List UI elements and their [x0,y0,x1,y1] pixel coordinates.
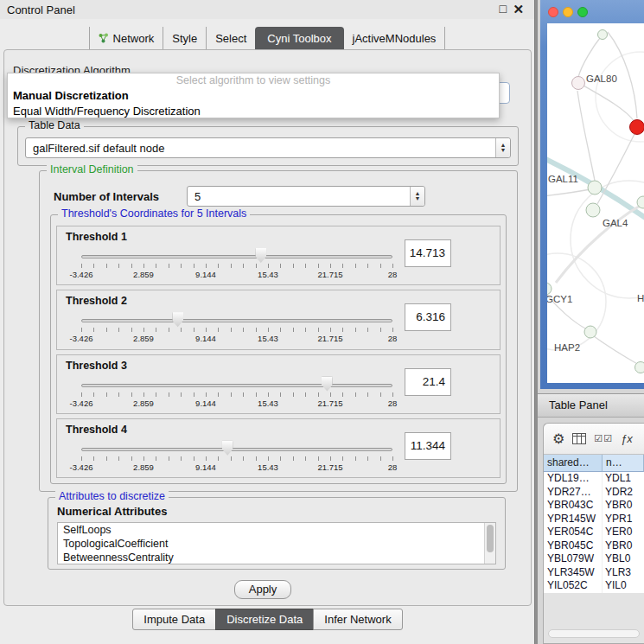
table-panel-title: Table Panel [549,399,608,411]
num-intervals-select[interactable]: 5 ▲▼ [187,186,425,207]
cell[interactable]: YDL19… [544,472,603,486]
table-row[interactable]: YDR27…YDR2 [544,486,644,500]
network-node[interactable] [588,181,602,194]
cell[interactable]: YLR345W [544,566,603,580]
tab-infer-network[interactable]: Infer Network [313,609,402,630]
tab-network[interactable]: Network [89,27,163,49]
network-view-canvas[interactable]: GAL80 GAL11 GAL4 GCY1 HAP2 H [547,23,644,383]
threshold-3-slider[interactable] [81,382,392,389]
scrollbar-thumb[interactable] [487,525,494,552]
cell[interactable]: YDL1 [603,472,644,486]
table-data-select[interactable]: galFiltered.sif default node ▲▼ [25,137,511,158]
minimize-traffic-light-icon[interactable] [563,7,573,17]
tab-label: Style [172,32,197,45]
cell[interactable]: YLR3 [603,566,644,580]
network-node[interactable] [572,77,585,90]
threshold-3-value-field[interactable]: 21.4 [405,368,451,396]
list-item[interactable]: TopologicalCoefficient [58,537,495,551]
threshold-2-slider[interactable] [81,317,392,324]
gear-icon[interactable]: ⚙ [552,430,564,447]
cell[interactable]: YIL052C [544,579,603,593]
cell[interactable]: YBR045C [544,539,603,553]
tab-style[interactable]: Style [163,27,206,49]
columns-icon[interactable] [572,433,586,444]
slider-track[interactable] [81,448,392,451]
cell[interactable]: YBR0 [603,539,644,553]
threshold-4-slider[interactable] [81,446,392,453]
network-node-label: GAL11 [548,174,578,184]
cell[interactable]: YBR0 [603,499,644,513]
cell[interactable]: YIL0 [603,579,644,593]
threshold-1-value-field[interactable]: 14.713 [405,239,451,267]
tick-label: 2.859 [128,334,159,343]
interval-definition-group: Interval Definition Number of Intervals … [39,170,518,492]
table-rows: YDL19…YDL1 YDR27…YDR2 YBR043CYBR0 YPR145… [544,472,644,593]
network-node[interactable] [586,203,600,217]
tab-impute-data[interactable]: Impute Data [132,609,216,630]
cell[interactable]: YDR2 [603,486,644,500]
slider-track[interactable] [81,255,392,258]
function-builder-icon[interactable]: ƒx [621,432,633,445]
cell[interactable]: YDR27… [544,486,603,500]
slider-thumb[interactable] [222,441,233,456]
network-node[interactable] [584,326,596,338]
slider-track[interactable] [81,384,392,387]
slider-thumb[interactable] [322,377,333,392]
list-item[interactable]: SelfLoops [58,523,495,537]
table-row[interactable]: YBR043CYBR0 [544,499,644,513]
float-window-icon[interactable]: □ [500,2,507,16]
slider-track[interactable] [81,319,392,322]
threshold-2-value-field[interactable]: 6.316 [405,303,451,331]
slider-thumb[interactable] [172,312,183,327]
network-node[interactable] [598,30,608,40]
table-row[interactable]: YER054CYER0 [544,526,644,539]
cell[interactable]: YBL079W [544,552,603,566]
tab-jactivemodules[interactable]: jActiveMNodules [344,27,446,49]
network-node[interactable] [635,362,644,373]
column-header-name[interactable]: n… [603,455,644,472]
tick-label: 21.715 [315,462,346,472]
vertical-scrollbar[interactable] [484,523,495,564]
table-row[interactable]: YIL052CYIL0 [544,579,644,593]
network-node[interactable] [547,283,552,295]
list-item[interactable]: BetweennessCentrality [58,551,495,564]
attributes-list[interactable]: SelfLoops TopologicalCoefficient Between… [57,522,496,564]
column-header-shared-name[interactable]: shared… [544,455,603,472]
threshold-4-value-field[interactable]: 11.344 [405,432,451,460]
selected-network-node[interactable] [630,120,644,135]
tab-label: Select [215,32,246,45]
table-row[interactable]: YPR145WYPR1 [544,513,644,526]
table-row[interactable]: YBL079WYBL0 [544,552,644,566]
slider-thumb[interactable] [255,248,266,263]
tab-cyni-toolbox[interactable]: Cyni Toolbox [255,27,343,49]
stepper-arrows-icon[interactable]: ▲▼ [410,187,424,206]
slider-ticks [81,264,393,268]
select-all-columns-icon[interactable]: ☑☑ [594,433,613,444]
close-traffic-light-icon[interactable] [548,7,558,17]
stepper-arrows-icon[interactable]: ▲▼ [495,138,510,157]
zoom-traffic-light-icon[interactable] [577,7,588,17]
num-intervals-value: 5 [194,190,201,203]
table-row[interactable]: YLR345WYLR3 [544,566,644,580]
tick-label: 15.43 [252,399,284,408]
tab-discretize-data[interactable]: Discretize Data [215,609,314,630]
cell[interactable]: YER054C [544,526,603,539]
network-graph[interactable]: GAL80 GAL11 GAL4 GCY1 HAP2 H [547,23,644,383]
tab-select[interactable]: Select [206,27,255,49]
close-icon[interactable]: ✕ [513,2,524,17]
tick-label: -3.426 [66,334,97,343]
threshold-1-slider[interactable] [81,253,392,260]
apply-button[interactable]: Apply [234,580,291,599]
cell[interactable]: YBL0 [603,552,644,566]
dropdown-option-equal-width[interactable]: Equal Width/Frequency Discretization [8,104,499,119]
cell[interactable]: YER0 [603,526,644,539]
screen: Control Panel □ ✕ Network Style Select C… [0,0,644,644]
cell[interactable]: YPR1 [603,513,644,526]
table-row[interactable]: YBR045CYBR0 [544,539,644,553]
dropdown-option-manual[interactable]: Manual Discretization [8,88,499,104]
network-node-label: GCY1 [547,294,572,304]
cell[interactable]: YBR043C [544,499,603,513]
table-row[interactable]: YDL19…YDL1 [544,472,644,486]
horizontal-scrollbar[interactable] [548,629,640,638]
cell[interactable]: YPR145W [544,513,603,526]
